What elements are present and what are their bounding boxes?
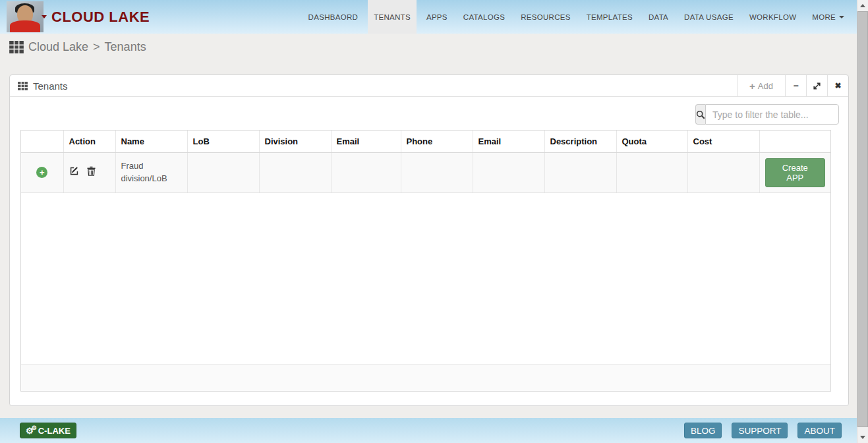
column-header-actions2 xyxy=(759,131,830,153)
panel-controls: + Add − ✖ xyxy=(737,75,848,96)
nav-dashboard[interactable]: DASHBAORD xyxy=(303,0,364,34)
about-button[interactable]: ABOUT xyxy=(797,423,842,438)
vertical-scrollbar[interactable] xyxy=(857,0,868,443)
brand-title[interactable]: CLOUD LAKE xyxy=(51,0,150,34)
panel-title: Tenants xyxy=(33,80,68,92)
column-header-expand xyxy=(21,131,63,153)
footer-links: BLOG SUPPORT ABOUT xyxy=(684,423,842,438)
clake-button[interactable]: ⚙⚙ C-LAKE xyxy=(20,423,76,438)
cell-division xyxy=(259,153,331,193)
add-button[interactable]: + Add xyxy=(737,75,785,96)
panel-grid-icon xyxy=(18,82,28,90)
close-button[interactable]: ✖ xyxy=(827,75,848,96)
nav-templates[interactable]: TEMPLATES xyxy=(581,0,639,34)
table-header-row: Action Name LoB Division Email Phone Ema… xyxy=(21,131,830,153)
panel-header: Tenants + Add − ✖ xyxy=(10,75,848,97)
filter-input[interactable] xyxy=(705,104,839,125)
minimize-icon: − xyxy=(793,80,798,91)
scrollbar-thumb[interactable] xyxy=(857,11,868,427)
chevron-down-icon xyxy=(839,16,844,18)
column-header-division: Division xyxy=(259,131,331,153)
search-icon xyxy=(696,110,705,119)
column-header-lob: LoB xyxy=(187,131,259,153)
tenants-panel: Tenants + Add − ✖ xyxy=(9,74,849,406)
plus-icon: + xyxy=(749,80,755,92)
expand-button[interactable] xyxy=(806,75,827,96)
nav-workflow[interactable]: WORKFLOW xyxy=(743,0,802,34)
nav-more[interactable]: MORE xyxy=(806,0,850,34)
tenants-table: Action Name LoB Division Email Phone Ema… xyxy=(21,131,830,193)
column-header-description: Description xyxy=(544,131,616,153)
cell-email xyxy=(331,153,401,193)
column-header-quota: Quota xyxy=(616,131,687,153)
close-icon: ✖ xyxy=(834,81,841,90)
nav-more-label: MORE xyxy=(812,13,836,21)
column-header-phone: Phone xyxy=(401,131,473,153)
cell-email2 xyxy=(473,153,544,193)
nav-tenants[interactable]: TENANTS xyxy=(368,0,417,34)
table-filter xyxy=(695,104,839,125)
cell-name: Fraud division/LoB xyxy=(115,153,187,193)
table-footer xyxy=(21,364,830,391)
table-grid-icon xyxy=(9,41,24,53)
expand-row-icon[interactable]: + xyxy=(36,167,47,178)
breadcrumb-current: Tenants xyxy=(105,40,146,54)
column-header-email2: Email xyxy=(473,131,544,153)
support-button[interactable]: SUPPORT xyxy=(732,423,788,438)
column-header-cost: Cost xyxy=(687,131,759,153)
scroll-up-arrow[interactable] xyxy=(857,0,868,11)
minimize-button[interactable]: − xyxy=(785,75,806,96)
resize-full-icon xyxy=(813,82,821,90)
breadcrumb-separator: > xyxy=(93,40,100,54)
cell-quota xyxy=(616,153,687,193)
scroll-down-arrow[interactable] xyxy=(857,432,868,443)
create-app-button[interactable]: Create APP xyxy=(765,158,826,187)
delete-icon[interactable] xyxy=(87,166,96,180)
nav-data-usage[interactable]: DATA USAGE xyxy=(678,0,739,34)
nav-apps[interactable]: APPS xyxy=(420,0,453,34)
profile-caret-icon[interactable] xyxy=(42,15,47,18)
cell-expand: + xyxy=(21,153,63,193)
footer: ⚙⚙ C-LAKE BLOG SUPPORT ABOUT xyxy=(0,418,857,443)
cell-description xyxy=(544,153,616,193)
breadcrumb: Cloud Lake > Tenants xyxy=(9,40,146,54)
avatar[interactable] xyxy=(7,1,43,32)
cell-create-app: Create APP xyxy=(759,153,830,193)
top-navbar: CLOUD LAKE DASHBAORD TENANTS APPS CATALO… xyxy=(0,0,857,34)
edit-icon[interactable] xyxy=(69,166,79,180)
cell-cost xyxy=(687,153,759,193)
main-nav: DASHBAORD TENANTS APPS CATALOGS RESOURCE… xyxy=(301,0,852,34)
cell-actions xyxy=(63,153,115,193)
column-header-name: Name xyxy=(115,131,187,153)
blog-button[interactable]: BLOG xyxy=(684,423,722,438)
avatar-shirt xyxy=(10,20,40,32)
cell-phone xyxy=(401,153,473,193)
clake-button-label: C-LAKE xyxy=(38,426,71,436)
nav-resources[interactable]: RESOURCES xyxy=(515,0,577,34)
table-row: + xyxy=(21,153,830,193)
tenants-table-container: Action Name LoB Division Email Phone Ema… xyxy=(20,130,831,392)
column-header-email: Email xyxy=(331,131,401,153)
nav-catalogs[interactable]: CATALOGS xyxy=(457,0,511,34)
column-header-action: Action xyxy=(63,131,115,153)
search-addon xyxy=(695,104,705,125)
cell-lob xyxy=(187,153,259,193)
gears-icon: ⚙⚙ xyxy=(26,427,37,435)
nav-data[interactable]: DATA xyxy=(643,0,674,34)
app-window: CLOUD LAKE DASHBAORD TENANTS APPS CATALO… xyxy=(0,0,857,443)
breadcrumb-root[interactable]: Cloud Lake xyxy=(28,40,88,54)
add-button-label: Add xyxy=(758,81,773,91)
